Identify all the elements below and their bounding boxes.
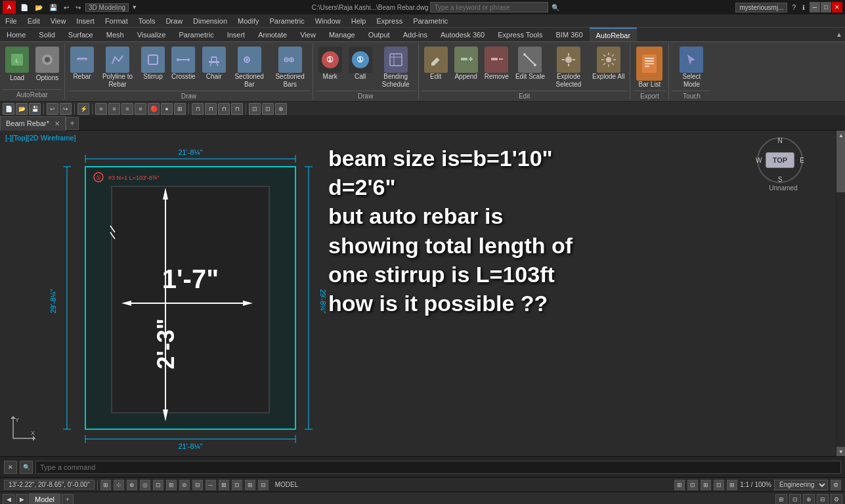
menu-edit[interactable]: Edit [22, 16, 45, 26]
tab-parametric[interactable]: Parametric [172, 28, 220, 41]
tab-visualize[interactable]: Visualize [131, 28, 173, 41]
append-button[interactable]: Append [452, 45, 481, 83]
chair-button[interactable]: Chair [200, 45, 228, 83]
stirrup-button[interactable]: Stirrup [139, 45, 167, 83]
menu-file[interactable]: File [0, 16, 22, 26]
btm-add-tab[interactable]: + [62, 494, 74, 505]
menu-parametric2[interactable]: Parametric [408, 16, 453, 26]
right-scrollbar[interactable]: ▲ ▼ [836, 131, 845, 456]
menu-modify[interactable]: Modify [232, 16, 264, 26]
new-button[interactable]: 📄 [18, 4, 30, 11]
tab-insert[interactable]: Insert [221, 28, 252, 41]
undo-button[interactable]: ↩ [62, 4, 71, 11]
remove-button[interactable]: Remove [482, 45, 511, 83]
snap-toggle[interactable]: ⊞ [100, 480, 111, 490]
lw-toggle[interactable]: ─ [206, 480, 216, 490]
open-button[interactable]: 📂 [33, 4, 45, 11]
viewport-icon3[interactable]: ⊞ [701, 480, 711, 490]
file-tab-close[interactable]: ✕ [54, 120, 60, 127]
tb-layer4[interactable]: ≡ [135, 103, 146, 115]
menu-dimension[interactable]: Dimension [188, 16, 232, 26]
sectioned-bar-button[interactable]: Sectioned Bar [230, 45, 269, 91]
qp-toggle[interactable]: ⊡ [232, 480, 242, 490]
tb-overlay[interactable]: ⊕ [275, 103, 287, 115]
edit-scale-button[interactable]: Edit Scale [513, 45, 548, 83]
viewport-icon4[interactable]: ⊡ [714, 480, 724, 490]
menu-express[interactable]: Express [371, 16, 408, 26]
btm-left-btn[interactable]: ◀ [3, 494, 14, 505]
help-button[interactable]: ? [790, 4, 798, 11]
tab-view[interactable]: View [293, 28, 322, 41]
menu-format[interactable]: Format [100, 16, 133, 26]
tb-grid[interactable]: ⊞ [174, 103, 186, 115]
redo-button[interactable]: ↪ [74, 4, 83, 11]
tab-autodesk360[interactable]: Autodesk 360 [434, 28, 491, 41]
otrack-toggle[interactable]: ⊞ [166, 480, 177, 490]
tab-surface[interactable]: Surface [62, 28, 100, 41]
sc-toggle[interactable]: ⊞ [245, 480, 255, 490]
menu-view[interactable]: View [45, 16, 72, 26]
menu-parametric[interactable]: Parametric [264, 16, 309, 26]
cube-top-face[interactable]: TOP [766, 152, 794, 168]
tb-layer5[interactable]: 🔴 [148, 103, 160, 115]
menu-window[interactable]: Window [310, 16, 346, 26]
drawing-canvas[interactable]: [-][Top][2D Wireframe] 21'-8¼" 29'-8¼" 2… [0, 131, 836, 456]
am-toggle[interactable]: ⊟ [258, 480, 269, 490]
dyn-toggle[interactable]: ⊟ [192, 480, 203, 490]
viewport-icon[interactable]: ⊞ [674, 480, 685, 490]
settings-icon[interactable]: ⚙ [831, 480, 841, 490]
tab-mesh[interactable]: Mesh [100, 28, 131, 41]
tab-annotate[interactable]: Annotate [251, 28, 293, 41]
menu-help[interactable]: Help [346, 16, 372, 26]
osnap-toggle[interactable]: ⊡ [153, 480, 163, 490]
viewport-icon5[interactable]: ⊞ [727, 480, 737, 490]
tab-expresstools[interactable]: Express Tools [491, 28, 549, 41]
call-button[interactable]: ① Call [346, 45, 375, 83]
scroll-thumb[interactable] [836, 140, 845, 192]
scroll-up-button[interactable]: ▲ [836, 131, 845, 140]
tab-addins[interactable]: Add-ins [397, 28, 434, 41]
sectioned-bars-button[interactable]: Sectioned Bars [271, 45, 310, 91]
workspace-selector[interactable]: 3D Modeling [85, 3, 129, 12]
crosstie-button[interactable]: Crosstie [169, 45, 198, 83]
workspace-arrow[interactable]: ▼ [131, 4, 137, 10]
menu-insert[interactable]: Insert [71, 16, 100, 26]
tab-home[interactable]: Home [0, 28, 32, 41]
units-select[interactable]: Engineering [774, 480, 828, 490]
rebar-button[interactable]: Rebar [68, 45, 97, 83]
tab-manage[interactable]: Manage [322, 28, 362, 41]
mark-button[interactable]: ① Mark [316, 45, 345, 83]
menu-tools[interactable]: Tools [133, 16, 161, 26]
tb-matchprop[interactable]: ⚡ [77, 103, 89, 115]
edit-button[interactable]: Edit [422, 45, 450, 83]
explode-selected-button[interactable]: Explode Selected [549, 45, 588, 91]
minimize-button[interactable]: ─ [810, 2, 820, 12]
btm-icon5[interactable]: ⚙ [831, 494, 842, 505]
model-tab[interactable]: Model [29, 494, 60, 505]
cmd-close-button[interactable]: ✕ [4, 461, 17, 474]
grid-toggle[interactable]: ⊹ [114, 480, 124, 490]
ducs-toggle[interactable]: ⊜ [179, 480, 190, 490]
tab-solid[interactable]: Solid [32, 28, 61, 41]
ortho-toggle[interactable]: ⊕ [127, 480, 137, 490]
close-button[interactable]: ✕ [832, 2, 842, 12]
info-button[interactable]: ℹ [800, 4, 807, 11]
tb-redo[interactable]: ↪ [60, 103, 72, 115]
tb-snap2[interactable]: ⊓ [205, 103, 217, 115]
tb-layer6[interactable]: ● [161, 103, 173, 115]
tab-output[interactable]: Output [362, 28, 397, 41]
btm-icon2[interactable]: ⊡ [789, 494, 801, 505]
tb-snap1[interactable]: ⊓ [192, 103, 204, 115]
select-mode-button[interactable]: Select Mode [672, 45, 711, 91]
tab-bim360[interactable]: BIM 360 [550, 28, 590, 41]
save-button[interactable]: 💾 [47, 4, 59, 11]
btm-right-btn[interactable]: ▶ [16, 494, 28, 505]
new-tab-button[interactable]: + [66, 117, 79, 130]
tb-view2[interactable]: ⊡ [262, 103, 274, 115]
btm-icon4[interactable]: ⊟ [817, 494, 829, 505]
options-button[interactable]: Options [33, 45, 62, 84]
polyline-rebar-button[interactable]: Polyline to Rebar [98, 45, 137, 91]
tb-layer2[interactable]: ≡ [108, 103, 120, 115]
tb-new[interactable]: 📄 [3, 103, 14, 115]
btm-icon1[interactable]: ⊞ [775, 494, 787, 505]
